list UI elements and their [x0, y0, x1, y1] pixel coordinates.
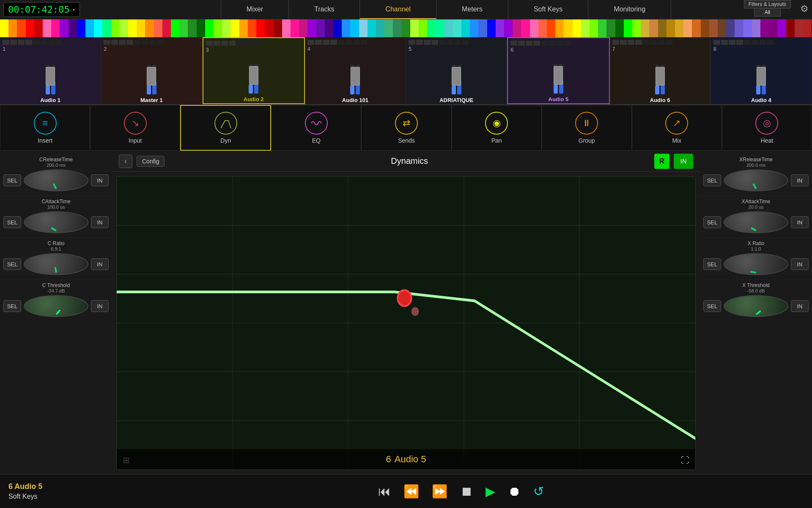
config-button[interactable]: Config: [137, 156, 165, 167]
function-btn-eq[interactable]: EQ: [271, 105, 361, 151]
fader-knob[interactable]: [757, 67, 766, 86]
channel-strip-master1[interactable]: 2Master 1: [101, 37, 202, 104]
xreleasetime-sel-button[interactable]: SEL: [703, 174, 721, 186]
r-button[interactable]: R: [654, 154, 669, 169]
channel-row: 1Audio 12Master 13Audio 24Audio 1015ADRI…: [0, 37, 812, 105]
channel-strip-audio6[interactable]: 7Audio 6: [610, 37, 711, 104]
fader-knob[interactable]: [46, 67, 55, 86]
xreleasetime-knob[interactable]: [724, 169, 788, 191]
function-btn-input[interactable]: ↘Input: [90, 105, 180, 151]
color-bar-segment: [487, 19, 496, 37]
channel-name-label: Master 1: [140, 97, 163, 103]
xreleasetime-knob-indicator: [752, 183, 757, 189]
mini-meter-top: [338, 40, 345, 45]
rewind-button[interactable]: ⏪: [403, 484, 419, 499]
fader-fill: [655, 86, 659, 94]
record-button[interactable]: ⏺: [508, 484, 521, 499]
xratio-knob[interactable]: [724, 253, 788, 275]
cthreshold-sel-button[interactable]: SEL: [3, 300, 21, 312]
channel-strip-audio101[interactable]: 4Audio 101: [305, 37, 406, 104]
xthreshold-in-button[interactable]: IN: [791, 300, 809, 312]
color-bar-segment: [777, 19, 786, 37]
clock-display[interactable]: 00:07:42:05 ▾: [3, 2, 80, 17]
play-button[interactable]: ▶: [486, 484, 495, 499]
creleasetime-knob[interactable]: [24, 169, 88, 191]
dynamics-graph[interactable]: ⊞ 6 Audio 5 ⛶: [116, 176, 696, 470]
tab-monitoring[interactable]: Monitoring: [588, 0, 671, 19]
mini-meter-top: [650, 40, 657, 45]
fader-knob[interactable]: [452, 67, 461, 86]
fast-forward-button[interactable]: ⏩: [432, 484, 447, 499]
graph-channel-name: Audio 5: [395, 454, 426, 465]
mini-meter-top: [628, 40, 634, 45]
channel-name-label: Audio 5: [549, 96, 569, 102]
stop-button[interactable]: ⏹: [460, 484, 473, 499]
fader-knob[interactable]: [351, 67, 360, 86]
fader-knob[interactable]: [249, 66, 258, 85]
insert-icon: ≡: [34, 112, 57, 135]
tab-mixer[interactable]: Mixer: [221, 0, 289, 19]
mini-meter-top: [454, 40, 461, 45]
channel-strip-adriatique[interactable]: 5ADRIATIQUE: [406, 37, 507, 104]
function-btn-sends[interactable]: ⇄Sends: [361, 105, 451, 151]
xreleasetime-in-button[interactable]: IN: [791, 174, 809, 186]
fader-area: [1, 52, 100, 96]
xreleasetime-knob-row: SELIN: [700, 168, 812, 193]
creleasetime-in-button[interactable]: IN: [91, 174, 109, 186]
cattacktime-group: CAttackTime100.0 usSELIN: [0, 196, 112, 238]
left-controls: CReleaseTime200.0 msSELINCAttackTime100.…: [0, 151, 112, 474]
tab-channel[interactable]: Channel: [360, 0, 436, 19]
settings-icon[interactable]: ⚙: [800, 3, 809, 14]
function-btn-heat[interactable]: ◎Heat: [722, 105, 812, 151]
mini-meter-top: [620, 40, 627, 45]
cattacktime-sel-button[interactable]: SEL: [3, 216, 21, 228]
mini-meter-top: [346, 40, 352, 45]
creleasetime-sel-button[interactable]: SEL: [3, 174, 21, 186]
back-button[interactable]: ‹: [119, 155, 132, 168]
cthreshold-knob[interactable]: [24, 295, 88, 317]
xattacktime-knob[interactable]: [724, 211, 788, 233]
function-btn-insert[interactable]: ≡Insert: [0, 105, 90, 151]
xattacktime-in-button[interactable]: IN: [791, 216, 809, 228]
tab-meters[interactable]: Meters: [436, 0, 508, 19]
clock-time: 00:07:42:05: [8, 4, 70, 15]
xthreshold-sel-button[interactable]: SEL: [703, 300, 721, 312]
function-btn-group[interactable]: ⏸Group: [542, 105, 632, 151]
heat-icon: ◎: [755, 112, 778, 135]
mini-meter-top: [424, 40, 431, 45]
skip-back-button[interactable]: ⏮: [378, 484, 391, 499]
channel-strip-audio5[interactable]: 6Audio 5: [507, 37, 609, 104]
cattacktime-in-button[interactable]: IN: [91, 216, 109, 228]
filters-layouts-box[interactable]: Filters & Layouts All: [744, 0, 791, 17]
nav-tabs: Mixer Tracks Channel Meters Soft Keys Mo…: [80, 0, 812, 19]
expand-button[interactable]: ⛶: [681, 456, 689, 465]
xratio-sel-button[interactable]: SEL: [703, 258, 721, 270]
color-bar-segment: [735, 19, 743, 37]
channel-number: 2: [104, 46, 107, 52]
fader-knob[interactable]: [554, 66, 563, 85]
function-btn-dyn[interactable]: Dyn: [180, 105, 271, 151]
mini-meter-top: [643, 40, 650, 45]
channel-strip-audio4[interactable]: 8Audio 4: [711, 37, 812, 104]
function-btn-mix[interactable]: ↗Mix: [632, 105, 722, 151]
fader-knob[interactable]: [656, 67, 665, 86]
loop-button[interactable]: ↺: [533, 484, 544, 499]
fader-area: [306, 52, 405, 96]
cattacktime-knob[interactable]: [24, 211, 88, 233]
tab-softkeys[interactable]: Soft Keys: [508, 0, 588, 19]
cratio-sel-button[interactable]: SEL: [3, 258, 21, 270]
function-btn-pan[interactable]: ◉Pan: [452, 105, 542, 151]
cratio-knob[interactable]: [24, 253, 88, 275]
xratio-in-button[interactable]: IN: [791, 258, 809, 270]
cratio-in-button[interactable]: IN: [91, 258, 109, 270]
channel-strip-audio1[interactable]: 1Audio 1: [0, 37, 101, 104]
fader-knob[interactable]: [147, 67, 156, 86]
in-header-button[interactable]: IN: [674, 154, 693, 169]
xattacktime-sel-button[interactable]: SEL: [703, 216, 721, 228]
xthreshold-knob[interactable]: [724, 295, 788, 317]
cthreshold-in-button[interactable]: IN: [91, 300, 109, 312]
channel-strip-audio2[interactable]: 3Audio 2: [203, 37, 305, 104]
tab-tracks[interactable]: Tracks: [289, 0, 360, 19]
mini-meter-top: [18, 40, 25, 45]
color-bar-segment: [393, 19, 401, 37]
